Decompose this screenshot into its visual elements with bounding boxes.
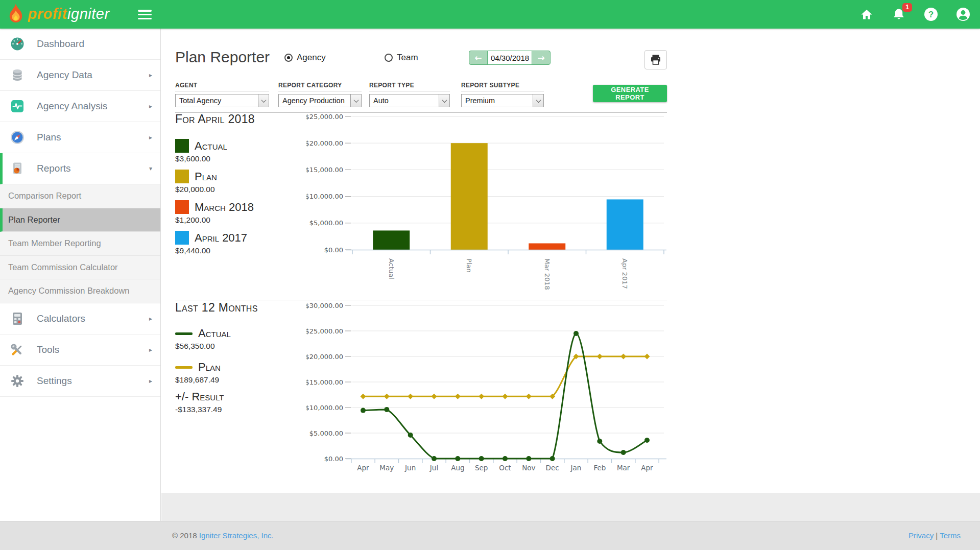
legend-value: $56,350.00 [175,342,231,351]
report-pie-icon [10,161,25,176]
chevron-down-icon [350,94,361,107]
plan-reporter-page: profitigniter 1 ? [0,0,980,550]
filter-report-category-label: REPORT CATEGORY [278,82,362,91]
report-type-select[interactable]: Auto [369,94,450,107]
user-profile-icon[interactable] [955,7,971,22]
chevron-right-icon: ▸ [149,315,152,322]
legend-item-april-2017: April 2017 $9,440.00 [175,231,247,255]
sidebar: Dashboard Agency Data ▸ Agency A [0,29,161,521]
legend-swatch [175,200,189,214]
svg-text:Sep: Sep [475,464,488,472]
svg-text:Apr 2017: Apr 2017 [621,258,629,289]
next-date-button[interactable]: → [532,51,550,64]
sidebar-item-label: Agency Data [37,69,149,81]
filter-agent: AGENT Total Agency [175,82,269,107]
terms-link[interactable]: Terms [940,531,961,540]
report-subtype-select[interactable]: Premium [461,94,544,107]
sidebar-subitem-team-member-reporting[interactable]: Team Member Reporting [0,232,160,256]
svg-text:Apr: Apr [357,464,369,472]
svg-text:$0.00: $0.00 [324,455,343,463]
filter-report-subtype: REPORT SUBTYPE Premium [461,82,544,107]
filter-report-category: REPORT CATEGORY Agency Production [278,82,362,107]
svg-text:$10,000.00: $10,000.00 [306,193,343,200]
svg-text:$5,000.00: $5,000.00 [309,219,343,227]
content-bottom-band [161,493,980,521]
legend-value: $1,200.00 [175,216,254,225]
home-icon[interactable] [859,7,874,22]
sidebar-subitem-team-commission-calculator[interactable]: Team Commission Calculator [0,256,160,280]
chevron-down-icon: ▾ [149,165,152,172]
sidebar-item-tools[interactable]: Tools ▸ [0,334,160,366]
radio-agency[interactable]: Agency [284,53,326,63]
radio-agency-button[interactable] [284,54,293,62]
tools-icon [10,342,25,357]
sidebar-subitem-agency-commission-breakdown[interactable]: Agency Commission Breakdown [0,279,160,303]
svg-text:$15,000.00: $15,000.00 [306,166,343,174]
filter-agent-label: AGENT [175,82,269,91]
generate-report-button[interactable]: GENERATE REPORT [593,85,667,102]
agent-select[interactable]: Total Agency [175,94,269,107]
sidebar-item-label: Calculators [37,313,149,324]
sidebar-item-agency-analysis[interactable]: Agency Analysis ▸ [0,91,160,122]
svg-text:Nov: Nov [522,464,535,472]
sidebar-subitem-label: Agency Commission Breakdown [8,286,130,296]
privacy-link[interactable]: Privacy [909,531,934,540]
chevron-right-icon: ▸ [149,346,152,353]
sidebar-subitem-label: Plan Reporter [8,215,60,225]
svg-text:$15,000.00: $15,000.00 [306,378,343,386]
radio-team[interactable]: Team [385,53,418,63]
sidebar-item-plans[interactable]: Plans ▸ [0,122,160,153]
svg-text:Aug: Aug [451,464,464,472]
svg-text:Mar 2018: Mar 2018 [543,258,551,290]
section-divider [175,300,667,300]
date-input[interactable] [487,51,532,64]
footer-links: Privacy | Terms [909,531,961,540]
report-category-select[interactable]: Agency Production [278,94,362,107]
radio-team-label: Team [397,53,418,63]
sidebar-item-reports[interactable]: Reports ▾ [0,153,160,184]
legend-item-actual: Actual $3,600.00 [175,139,227,163]
menu-toggle-icon[interactable] [138,10,152,19]
legend-item-march-2018: March 2018 $1,200.00 [175,200,254,225]
bar-chart-title: For April 2018 [175,112,255,126]
print-button[interactable] [644,50,667,69]
svg-text:Feb: Feb [593,464,606,472]
notification-badge: 1 [902,3,912,12]
svg-text:Actual: Actual [388,258,395,279]
filter-report-subtype-label: REPORT SUBTYPE [461,82,544,91]
sidebar-item-label: Reports [37,163,149,174]
calculator-icon [10,311,25,326]
sidebar-item-label: Settings [37,375,149,387]
legend-value: -$133,337.49 [175,405,224,414]
printer-icon [650,54,662,66]
svg-text:$0.00: $0.00 [324,246,343,254]
sidebar-item-calculators[interactable]: Calculators ▸ [0,303,160,334]
chevron-right-icon: ▸ [149,103,152,110]
radio-team-button[interactable] [385,54,393,62]
legend-item-plan-line: Plan $189,687.49 [175,361,221,385]
header-actions: 1 ? [859,0,971,29]
previous-date-button[interactable]: ← [469,51,487,64]
sidebar-item-dashboard[interactable]: Dashboard [0,29,160,60]
sidebar-subitem-label: Team Commission Calculator [8,262,118,272]
chevron-right-icon: ▸ [149,134,152,141]
company-link[interactable]: Igniter Strategies, Inc. [199,531,274,540]
sidebar-subitem-comparison-report[interactable]: Comparison Report [0,184,160,208]
compass-icon [10,130,25,145]
legend-item-plan: Plan $20,000.00 [175,170,217,194]
brand-logo[interactable]: profitigniter [7,3,110,25]
sidebar-item-agency-data[interactable]: Agency Data ▸ [0,60,160,91]
svg-text:$25,000.00: $25,000.00 [306,113,343,121]
svg-text:$20,000.00: $20,000.00 [306,353,343,361]
brand-text: profitigniter [28,6,110,22]
svg-text:May: May [379,464,394,472]
svg-text:Apr: Apr [641,464,653,472]
svg-text:Jun: Jun [404,464,416,472]
sidebar-subitem-plan-reporter[interactable]: Plan Reporter [0,208,160,232]
help-icon[interactable]: ? [923,7,939,22]
sidebar-item-settings[interactable]: Settings ▸ [0,366,160,397]
svg-text:$30,000.00: $30,000.00 [306,302,343,309]
legend-item-actual-line: Actual $56,350.00 [175,327,231,351]
svg-text:?: ? [928,10,934,19]
notifications-bell-icon[interactable]: 1 [891,7,906,22]
